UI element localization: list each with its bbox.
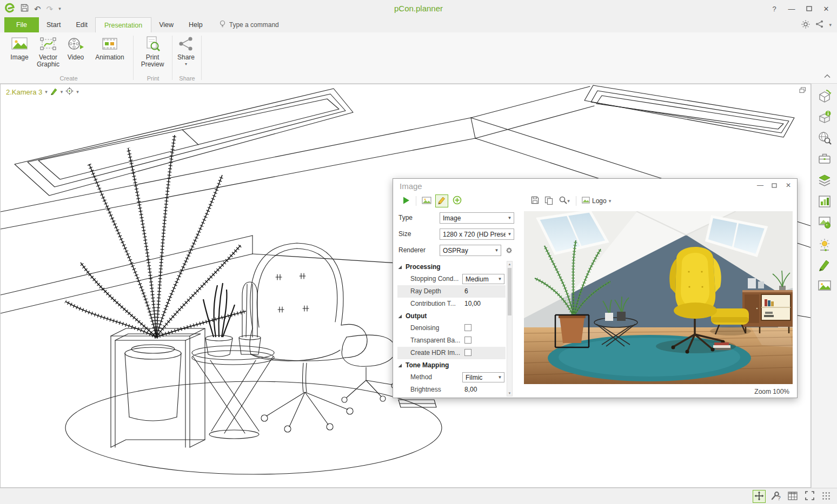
render-preview-image [524,211,793,384]
add-preset-button[interactable] [450,194,463,207]
preview-zoom-label: Zoom 100% [754,388,789,395]
background-image-button[interactable] [420,194,433,207]
dialog-toolbar-separator [576,196,576,206]
quick-access-caret[interactable]: ▾ [58,6,61,11]
ribbon-button-share[interactable]: Share ▾ [175,35,197,75]
dialog-close-button[interactable]: ✕ [782,180,795,191]
tab-view[interactable]: View [151,17,181,32]
tab-edit[interactable]: Edit [68,17,95,32]
ribbon-button-animation[interactable]: Animation [93,35,127,75]
viewport-restore-icon[interactable] [799,87,806,95]
help-tools-button[interactable]: ? [769,490,782,503]
window-title: pCon.planner [0,0,837,17]
plus-circle-icon [453,196,462,206]
ribbon-button-video[interactable]: Video [64,35,88,75]
ribbon-button-vector-graphic[interactable]: Vector Graphic [35,35,62,75]
briefcase-icon [818,151,832,167]
tab-presentation[interactable]: Presentation [95,17,151,32]
worksheet-button[interactable] [786,490,799,503]
menubar-right-caret[interactable]: ▾ [829,22,832,28]
type-dropdown[interactable]: Image▼ [440,212,514,224]
create-hdr-checkbox[interactable] [464,349,471,356]
logo-image-icon [582,197,590,205]
view-target-caret[interactable]: ▾ [76,89,79,95]
render-style-caret[interactable]: ▾ [61,89,63,95]
dialog-maximize-button[interactable] [768,180,781,191]
maximize-button[interactable] [801,2,816,15]
ribbon-group-separator [172,36,172,80]
vector-graphic-icon [39,35,57,52]
render-preview[interactable] [524,211,793,384]
section-tone-mapping[interactable]: Tone Mapping [397,359,506,371]
sidebar-tool-article-info[interactable] [815,109,834,127]
renderer-settings-button[interactable] [504,246,514,257]
window-controls: ? — ✕ [767,0,834,17]
titlebar: ↶ ↷ ▾ pCon.planner ? — ✕ [0,0,837,17]
dialog-toolbar: ▾ Logo ▾ [393,193,797,210]
sidebar-tool-layers[interactable] [815,172,834,191]
edit-settings-button[interactable] [435,194,448,207]
sidebar-tool-materials[interactable] [815,213,834,232]
menubar: File Start Edit Presentation View Help [0,17,837,32]
share-menu-icon[interactable] [815,20,823,30]
statusbar: ? [0,488,837,504]
gear-icon [504,248,514,257]
properties-scrollbar[interactable]: ▲ ▼ [507,261,513,397]
sidebar-tool-sketch[interactable] [815,257,834,275]
renderer-dropdown[interactable]: OSPRay▼ [440,245,501,256]
sidebar-tool-gallery[interactable] [815,277,834,295]
brightness-icon[interactable] [801,20,810,30]
tab-start[interactable]: Start [39,17,68,32]
camera-caret[interactable]: ▾ [45,89,48,95]
render-style-pen-icon[interactable] [50,88,58,97]
help-button[interactable]: ? [767,2,782,15]
tab-file[interactable]: File [4,17,39,32]
sidebar-tool-light[interactable] [815,236,834,254]
sidebar-tool-render-queue[interactable] [815,193,834,211]
minimize-button[interactable]: — [784,2,799,15]
prop-row-brightness[interactable]: Brightness 8,00 [397,384,506,396]
ribbon-collapse-button[interactable] [824,72,831,80]
svg-text:?: ? [778,495,781,501]
transparent-background-checkbox[interactable] [464,337,471,344]
close-button[interactable]: ✕ [819,2,834,15]
save-button[interactable] [21,4,29,14]
size-dropdown[interactable]: 1280 x 720 (HD Presen▼ [440,229,514,240]
denoising-checkbox[interactable] [464,324,471,331]
grid-snap-button[interactable] [820,490,833,503]
redo-button[interactable]: ↷ [46,5,54,13]
pan-mode-button[interactable] [753,490,766,503]
prop-row-ray-depth[interactable]: Ray Depth 6 [397,285,506,298]
view-target-icon[interactable] [65,87,74,97]
sidebar-tool-web-search[interactable] [815,129,834,147]
scroll-down-icon[interactable]: ▼ [507,391,512,396]
prop-row-contribution-threshold[interactable]: Contribution T... 10,00 [397,298,506,310]
copy-icon [544,196,553,206]
sketch-pen-icon [818,258,832,274]
save-image-button[interactable] [528,194,541,207]
expand-triangle-icon [397,363,402,368]
method-dropdown[interactable]: Filmic▼ [462,372,504,382]
ribbon-button-image[interactable]: Image [8,35,31,75]
scrollbar-thumb[interactable] [508,268,511,315]
fullscreen-button[interactable] [803,490,816,503]
sidebar-tool-media-browser[interactable] [815,150,834,168]
background-image-icon [422,196,431,206]
dialog-minimize-button[interactable]: — [754,180,767,191]
tab-help[interactable]: Help [181,17,210,32]
ribbon-button-print-preview[interactable]: Print Preview [137,35,168,75]
logo-button[interactable]: Logo ▾ [580,194,621,207]
start-render-button[interactable] [400,194,413,207]
command-input[interactable] [229,21,305,29]
section-processing[interactable]: Processing [397,261,506,273]
section-output[interactable]: Output [397,310,506,322]
stopping-condition-dropdown[interactable]: Medium▼ [462,274,504,284]
camera-label[interactable]: 2.Kamera 3 [6,88,42,96]
undo-button[interactable]: ↶ [34,5,41,13]
preview-zoom-button[interactable]: ▾ [556,194,573,207]
scroll-up-icon[interactable]: ▲ [507,261,512,267]
sidebar-tool-render[interactable] [815,88,834,106]
renderer-label: Renderer [398,245,426,256]
dialog-titlebar[interactable]: Image — ✕ [393,179,797,193]
copy-image-button[interactable] [542,194,555,207]
